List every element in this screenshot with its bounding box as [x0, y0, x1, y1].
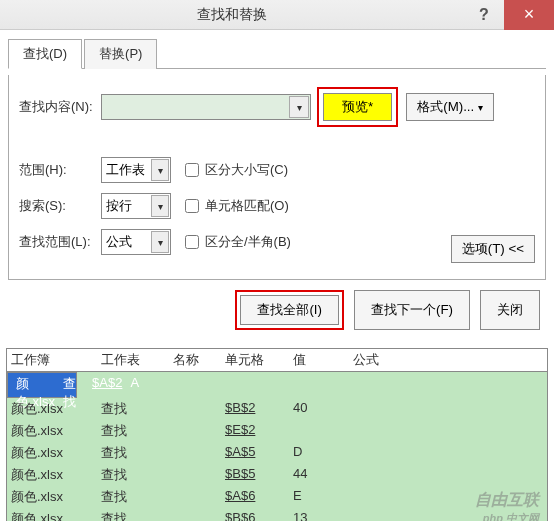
table-row[interactable]: 颜色.xlsx查找$B$240: [7, 398, 547, 420]
cell: 40: [289, 398, 349, 420]
col-name[interactable]: 名称: [169, 349, 221, 371]
action-buttons: 查找全部(I) 查找下一个(F) 关闭: [8, 280, 546, 340]
cell: E: [289, 486, 349, 508]
cell: 查找: [97, 398, 169, 420]
chevron-down-icon: ▾: [478, 102, 483, 113]
tabs: 查找(D) 替换(P): [8, 38, 546, 69]
cell: 颜色.xlsx: [7, 508, 97, 521]
cell: [349, 420, 547, 442]
match-cell-label: 单元格匹配(O): [205, 197, 289, 215]
col-cell[interactable]: 单元格: [221, 349, 289, 371]
table-row[interactable]: 颜色.xlsx查找$E$2: [7, 420, 547, 442]
scope-row: 范围(H): ▾ 区分大小写(C): [19, 157, 535, 183]
find-input-wrap: ▾: [101, 94, 311, 120]
table-row[interactable]: 颜色.xlsx查找$A$6E: [7, 486, 547, 508]
search-row: 搜索(S): ▾ 单元格匹配(O): [19, 193, 535, 219]
table-row[interactable]: 颜色.xlsx查找$A$5D: [7, 442, 547, 464]
cell: $B$2: [221, 398, 289, 420]
close-button[interactable]: 关闭: [480, 290, 540, 330]
table-row[interactable]: 颜色.xlsx查找$A$2A: [7, 372, 77, 398]
cell: 颜色.xlsx: [12, 373, 59, 397]
close-icon[interactable]: ×: [504, 0, 554, 30]
chevron-down-icon[interactable]: ▾: [151, 231, 169, 253]
results-body: 自由互联 php 中文网 颜色.xlsx查找$A$2A颜色.xlsx查找$B$2…: [7, 372, 547, 521]
checkbox-input[interactable]: [185, 235, 199, 249]
cell: 44: [289, 464, 349, 486]
checkbox-input[interactable]: [185, 163, 199, 177]
find-content-row: 查找内容(N): ▾ 预览* 格式(M)... ▾: [19, 87, 535, 127]
cell: [169, 486, 221, 508]
chevron-down-icon[interactable]: ▾: [151, 195, 169, 217]
cell: 查找: [97, 420, 169, 442]
results-table: 工作簿 工作表 名称 单元格 值 公式 自由互联 php 中文网 颜色.xlsx…: [6, 348, 548, 521]
titlebar: 查找和替换 ? ×: [0, 0, 554, 30]
cell: 查找: [97, 464, 169, 486]
cell: 颜色.xlsx: [7, 486, 97, 508]
help-button[interactable]: ?: [464, 0, 504, 30]
cell: 颜色.xlsx: [7, 420, 97, 442]
cell: [80, 373, 88, 397]
options-button[interactable]: 选项(T) <<: [451, 235, 535, 263]
lookin-select-wrap: ▾: [101, 229, 171, 255]
cell: [169, 398, 221, 420]
cell: [289, 420, 349, 442]
find-all-button[interactable]: 查找全部(I): [240, 295, 339, 325]
cell: [169, 420, 221, 442]
tab-find[interactable]: 查找(D): [8, 39, 82, 69]
table-row[interactable]: 颜色.xlsx查找$B$613: [7, 508, 547, 521]
match-case-label: 区分大小写(C): [205, 161, 288, 179]
cell: 颜色.xlsx: [7, 442, 97, 464]
cell: D: [289, 442, 349, 464]
cell: $A$6: [221, 486, 289, 508]
find-panel: 查找内容(N): ▾ 预览* 格式(M)... ▾ 范围(H): ▾ 区分大小: [8, 75, 546, 280]
cell: [169, 508, 221, 521]
chevron-down-icon[interactable]: ▾: [289, 96, 309, 118]
col-worksheet[interactable]: 工作表: [97, 349, 169, 371]
cell: 查找: [97, 486, 169, 508]
cell: [143, 373, 151, 397]
match-width-label: 区分全/半角(B): [205, 233, 291, 251]
cell: [349, 442, 547, 464]
cell: 查找: [59, 373, 80, 397]
titlebar-buttons: ? ×: [464, 0, 554, 30]
find-input[interactable]: [101, 94, 311, 120]
cell: $A$2: [88, 373, 126, 397]
col-value[interactable]: 值: [289, 349, 349, 371]
find-content-label: 查找内容(N):: [19, 98, 101, 116]
cell: [349, 464, 547, 486]
watermark: 自由互联 php 中文网: [475, 490, 539, 521]
match-width-checkbox[interactable]: 区分全/半角(B): [185, 233, 291, 251]
chevron-down-icon[interactable]: ▾: [151, 159, 169, 181]
cell: [349, 398, 547, 420]
cell: 查找: [97, 442, 169, 464]
cell: $A$5: [221, 442, 289, 464]
cell: [169, 442, 221, 464]
checkbox-input[interactable]: [185, 199, 199, 213]
match-cell-checkbox[interactable]: 单元格匹配(O): [185, 197, 289, 215]
cell: A: [126, 373, 143, 397]
preview-button[interactable]: 预览*: [323, 93, 392, 121]
search-label: 搜索(S):: [19, 197, 101, 215]
cell: [169, 464, 221, 486]
format-button-label: 格式(M)...: [417, 98, 474, 116]
table-row[interactable]: 颜色.xlsx查找$B$544: [7, 464, 547, 486]
tab-replace[interactable]: 替换(P): [84, 39, 157, 69]
lookin-label: 查找范围(L):: [19, 233, 101, 251]
cell: $B$5: [221, 464, 289, 486]
scope-label: 范围(H):: [19, 161, 101, 179]
match-case-checkbox[interactable]: 区分大小写(C): [185, 161, 288, 179]
dialog-title: 查找和替换: [0, 6, 464, 24]
cell: $B$6: [221, 508, 289, 521]
search-select-wrap: ▾: [101, 193, 171, 219]
find-next-button[interactable]: 查找下一个(F): [354, 290, 470, 330]
format-button[interactable]: 格式(M)... ▾: [406, 93, 494, 121]
scope-select-wrap: ▾: [101, 157, 171, 183]
cell: $E$2: [221, 420, 289, 442]
preview-highlight: 预览*: [317, 87, 398, 127]
col-workbook[interactable]: 工作簿: [7, 349, 97, 371]
results-header: 工作簿 工作表 名称 单元格 值 公式: [7, 349, 547, 372]
cell: 颜色.xlsx: [7, 398, 97, 420]
cell: 查找: [97, 508, 169, 521]
find-all-highlight: 查找全部(I): [235, 290, 344, 330]
col-formula[interactable]: 公式: [349, 349, 547, 371]
